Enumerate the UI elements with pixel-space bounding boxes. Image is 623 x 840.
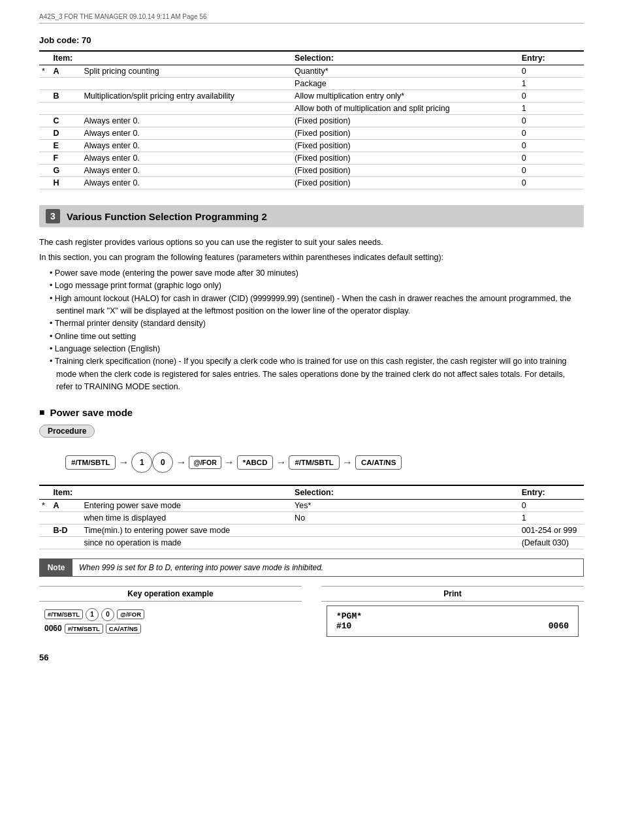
receipt-left: #10 [336,621,351,631]
key-op-line2: 0060 #/TM/SBTL CA/AT/NS [44,624,296,634]
receipt-line: #100060 [336,621,569,631]
table-row: GAlways enter 0.(Fixed position)0 [39,165,584,177]
power-save-table: Item: Selection: Entry: *AEntering power… [39,485,584,549]
table-row: B-DTime(min.) to entering power save mod… [39,524,584,536]
print-title: Print [321,587,584,602]
key-round-sm: 0 [101,608,114,621]
page-number: 56 [39,653,584,662]
key-round: 1 [131,452,152,473]
key-flow-diagram: #/TM/SBTL→10→@/FOR→*ABCD→#/TM/SBTL→CA/AT… [65,452,584,473]
key-operation-section: Key operation example #/TM/SBTL 1 0 @/FO… [39,586,302,639]
bullet-item: Logo message print format (graphic logo … [56,280,584,292]
bullet-item: Online time out setting [56,331,584,343]
key-sm: @/FOR [117,609,144,619]
table1: Item: Selection: Entry: *ASplit pricing … [39,50,584,189]
bullet-item: Power save mode (entering the power save… [56,267,584,280]
table-row: HAlways enter 0.(Fixed position)0 [39,177,584,189]
receipt-left: *PGM* [336,611,362,621]
header-text: A42S_3 FOR THE MANAGER 09.10.14 9:11 AM … [39,13,207,20]
subsection-power-save: Power save mode [39,407,584,418]
table-row: CAlways enter 0.(Fixed position)0 [39,115,584,127]
key-sm: CA/AT/NS [106,624,141,634]
table-row: Package1 [39,78,584,90]
key-op-value: 0060 [44,624,62,633]
table-row: BMultiplication/split pricing entry avai… [39,90,584,103]
key-round: 0 [152,452,173,473]
key-op-title: Key operation example [39,587,302,602]
table-row: *AEntering power save modeYes*0 [39,499,584,511]
key-round-sm: 1 [86,608,99,621]
section-intro1: The cash register provides various optio… [39,236,584,249]
receipt-line: *PGM* [336,611,569,621]
section-intro2: In this section, you can program the fol… [39,251,584,264]
table-row: EAlways enter 0.(Fixed position)0 [39,140,584,152]
key-sm: #/TM/SBTL [44,609,83,619]
note-text: When 999 is set for B to D, entering int… [72,559,330,576]
table-row: Allow both of multiplication and split p… [39,103,584,115]
key-op-content: #/TM/SBTL 1 0 @/FOR 0060 #/TM/SBTL CA/AT… [39,606,302,639]
section-title: Various Function Selection Programming 2 [67,211,267,222]
arrow-icon: → [176,457,186,468]
job-code: Job code: 70 [39,35,584,45]
print-receipt: *PGM*#100060 [327,606,579,637]
table-row: since no operation is made(Default 030) [39,536,584,549]
table-row: *ASplit pricing countingQuantity*0 [39,65,584,78]
key-sm: #/TM/SBTL [65,624,103,634]
arrow-icon: → [118,457,129,468]
note-label: Note [40,559,72,576]
key-box-small: @/FOR [189,456,221,469]
arrow-icon: → [342,457,353,468]
note-box: Note When 999 is set for B to D, enterin… [39,558,584,577]
table-row: FAlways enter 0.(Fixed position)0 [39,152,584,165]
arrow-icon: → [224,457,234,468]
arrow-icon: → [276,457,286,468]
key-box: #/TM/SBTL [65,455,116,470]
key-box: CA/AT/NS [355,455,402,470]
key-box: #/TM/SBTL [289,455,339,470]
bullet-item: Training clerk specification (none) - If… [56,355,584,393]
receipt-right: 0060 [549,621,569,631]
bullet-item: Thermal printer density (standard densit… [56,317,584,330]
bullet-item: Language selection (English) [56,343,584,355]
table-row: DAlways enter 0.(Fixed position)0 [39,127,584,140]
table-row: when time is displayedNo1 [39,511,584,524]
key-print-row: Key operation example #/TM/SBTL 1 0 @/FO… [39,586,584,639]
bullet-item: High amount lockout (HALO) for cash in d… [56,293,584,318]
bullet-list: Power save mode (entering the power save… [50,267,584,394]
page-header: A42S_3 FOR THE MANAGER 09.10.14 9:11 AM … [39,13,584,24]
section3-header: 3 Various Function Selection Programming… [39,205,584,227]
print-section: Print *PGM*#100060 [321,586,584,639]
key-box: *ABCD [237,455,274,470]
section-number: 3 [46,209,60,223]
key-op-line1: #/TM/SBTL 1 0 @/FOR [44,608,296,621]
procedure-button: Procedure [39,425,95,438]
